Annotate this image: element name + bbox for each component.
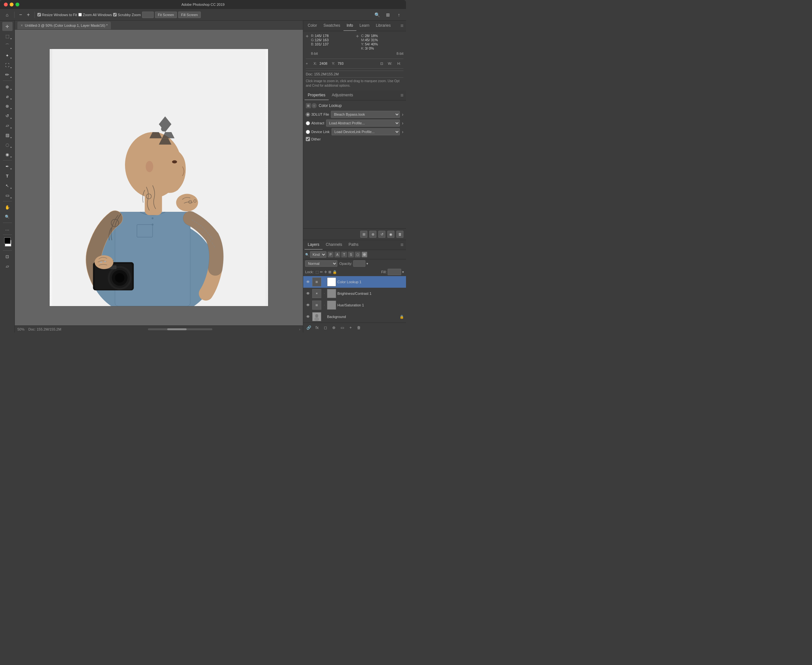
abstract-radio-label[interactable]: Abstract xyxy=(306,121,324,125)
quick-select-tool[interactable]: ✦ ▸ xyxy=(2,51,13,60)
pen-tool[interactable]: ✒ ▸ xyxy=(2,162,13,171)
history-brush-tool[interactable]: ↺ ▸ xyxy=(2,111,13,120)
layer-kind-select[interactable]: Kind xyxy=(310,251,326,258)
gradient-tool[interactable]: ▨ ▸ xyxy=(2,131,13,139)
add-mask-button[interactable]: ◻ xyxy=(322,324,329,331)
delete-layer-button[interactable]: 🗑 xyxy=(355,324,362,331)
opacity-input[interactable]: 30% xyxy=(353,260,365,267)
layer-effects-button[interactable]: fx xyxy=(314,324,321,331)
dodge-tool[interactable]: ◉ ▸ xyxy=(2,150,13,159)
layer-mask-brightness[interactable] xyxy=(327,289,336,298)
layer-visibility-color-lookup[interactable]: 👁 xyxy=(305,279,311,285)
screen-mode-button[interactable]: ▱ xyxy=(2,262,13,271)
window-controls[interactable] xyxy=(4,3,19,7)
crop-tool[interactable]: ⛶ ▸ xyxy=(2,61,13,70)
zoom-tool[interactable]: 🔍 xyxy=(2,212,13,221)
close-button[interactable] xyxy=(4,3,8,7)
delete-adjustment-button[interactable]: 🗑 xyxy=(396,231,403,238)
lasso-tool[interactable]: ⌒ ▸ xyxy=(2,41,13,50)
type-filter-icon[interactable]: T xyxy=(341,252,347,257)
share-button[interactable]: ↑ xyxy=(395,10,403,19)
blend-mode-select[interactable]: Normal xyxy=(305,260,337,267)
3dlut-select[interactable]: Bleach Bypass.look xyxy=(331,111,400,118)
new-adjustment-layer-button[interactable]: ⊕ xyxy=(330,324,337,331)
new-layer-button[interactable]: + xyxy=(347,324,354,331)
hand-tool[interactable]: ✋ xyxy=(2,203,13,212)
brush-tool[interactable]: ⌀ ▸ xyxy=(2,92,13,101)
lock-all-icon[interactable]: 🔒 xyxy=(332,270,337,274)
lock-pixels-icon[interactable]: ⬚ xyxy=(316,270,319,274)
3dlut-radio-label[interactable]: 3DLUT File xyxy=(306,113,329,116)
zoom-all-check[interactable]: Zoom All Windows xyxy=(78,13,112,17)
shape-tool[interactable]: ▭ ▸ xyxy=(2,191,13,200)
copy-css-button[interactable]: ⊞ xyxy=(360,231,367,238)
tab-learn[interactable]: Learn xyxy=(356,21,373,31)
pixel-filter-icon[interactable]: P xyxy=(328,252,334,257)
tab-adjustments[interactable]: Adjustments xyxy=(329,90,356,100)
scroll-right-arrow[interactable]: › xyxy=(299,328,300,331)
healing-tool[interactable]: ⊕ ▸ xyxy=(2,82,13,91)
move-tool[interactable]: ✛ xyxy=(2,22,13,31)
path-selection-tool[interactable]: ↖ ▸ xyxy=(2,181,13,190)
tab-libraries[interactable]: Libraries xyxy=(373,21,394,31)
tab-info[interactable]: Info xyxy=(344,21,356,31)
canvas-container[interactable]: Nikon xyxy=(15,29,303,325)
dither-checkbox[interactable] xyxy=(306,137,310,141)
fill-dropdown[interactable]: ▾ xyxy=(402,270,404,274)
scrubby-zoom-check[interactable]: Scrubby Zoom xyxy=(113,13,141,17)
tab-properties[interactable]: Properties xyxy=(304,90,329,100)
layer-row-hue-sat[interactable]: 👁 ⊞ ⬝ Hue/Saturation 1 xyxy=(303,299,406,311)
toggle-visibility-button[interactable]: ◉ xyxy=(387,231,395,238)
arrange-windows-button[interactable]: ⊞ xyxy=(383,10,393,19)
3dlut-dropdown-arrow[interactable]: › xyxy=(402,112,403,117)
reset-button[interactable]: ↺ xyxy=(378,231,385,238)
eyedropper-tool[interactable]: ✏ ▸ xyxy=(2,70,13,79)
tab-swatches[interactable]: Swatches xyxy=(320,21,344,31)
abstract-radio[interactable] xyxy=(306,121,310,125)
tab-channels[interactable]: Channels xyxy=(323,240,345,250)
zoom-out-button[interactable]: − xyxy=(17,11,24,18)
device-link-dropdown-arrow[interactable]: › xyxy=(402,129,403,134)
tab-paths[interactable]: Paths xyxy=(345,240,362,250)
adjustment-filter-icon[interactable]: A xyxy=(334,252,340,257)
lock-artboard-icon[interactable]: ⊠ xyxy=(328,270,331,274)
layer-row-brightness[interactable]: 👁 ☀ ⬝ Brightness/Contrast 1 xyxy=(303,288,406,299)
lock-position-icon[interactable]: ✛ xyxy=(324,270,327,274)
scroll-bar[interactable] xyxy=(148,328,212,330)
lock-image-icon[interactable]: ✏ xyxy=(320,270,323,274)
filter-toggle[interactable] xyxy=(362,252,367,257)
tab-close-button[interactable]: × xyxy=(21,23,23,28)
scroll-thumb[interactable] xyxy=(167,328,187,330)
abstract-select[interactable]: Load Abstract Profile... xyxy=(326,120,400,127)
tab-color[interactable]: Color xyxy=(304,21,320,31)
marquee-tool[interactable]: ⬚ ▸ xyxy=(2,31,13,41)
abstract-dropdown-arrow[interactable]: › xyxy=(402,121,403,126)
zoom-in-button[interactable]: + xyxy=(25,11,32,18)
shape-filter-icon[interactable]: S xyxy=(348,252,354,257)
layer-mask-color-lookup[interactable] xyxy=(327,277,336,287)
device-link-radio-label[interactable]: Device Link xyxy=(306,130,330,134)
extra-tools[interactable]: … xyxy=(2,224,13,233)
clone-stamp-tool[interactable]: ⊗ ▸ xyxy=(2,102,13,110)
device-link-select[interactable]: Load DeviceLink Profile... xyxy=(332,128,400,135)
resize-windows-check[interactable]: Resize Windows to Fit xyxy=(38,13,77,17)
blur-tool[interactable]: ◌ ▸ xyxy=(2,140,13,149)
layer-row-color-lookup[interactable]: 👁 ⊞ ⬝ Color Lookup 1 xyxy=(303,276,406,288)
link-layers-button[interactable]: 🔗 xyxy=(305,324,312,331)
layer-visibility-brightness[interactable]: 👁 xyxy=(305,291,311,296)
layer-mask-hue-sat[interactable] xyxy=(327,301,336,310)
text-tool[interactable]: T xyxy=(2,171,13,180)
home-button[interactable]: ⌂ xyxy=(3,10,11,19)
canvas-image[interactable]: Nikon xyxy=(49,49,268,306)
properties-panel-menu[interactable]: ≡ xyxy=(399,91,405,100)
info-panel-menu[interactable]: ≡ xyxy=(399,21,405,30)
device-link-radio[interactable] xyxy=(306,130,310,134)
clip-to-layer-button[interactable]: ⊗ xyxy=(369,231,377,238)
opacity-dropdown[interactable]: ▾ xyxy=(367,262,368,266)
layer-visibility-hue-sat[interactable]: 👁 xyxy=(305,302,311,308)
layer-visibility-background[interactable]: 👁 xyxy=(305,314,311,319)
tab-layers[interactable]: Layers xyxy=(304,240,323,250)
new-group-button[interactable]: ▭ xyxy=(339,324,346,331)
layer-row-background[interactable]: 👁 Background 🔒 xyxy=(303,311,406,323)
search-icon-button[interactable]: 🔍 xyxy=(373,10,381,19)
